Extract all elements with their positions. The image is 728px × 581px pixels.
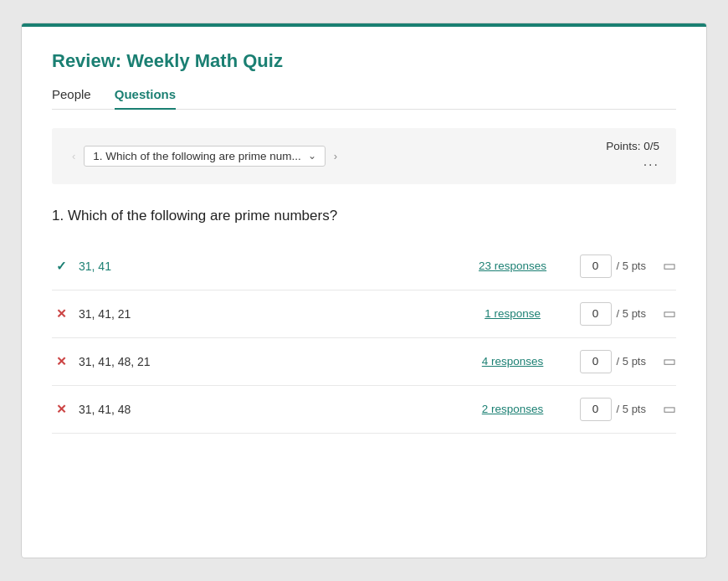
points-input[interactable] [580, 255, 612, 278]
comment-icon[interactable]: ▭ [663, 305, 676, 322]
chevron-down-icon: ⌄ [308, 150, 316, 162]
cross-icon: ✕ [56, 354, 67, 369]
responses-link[interactable]: 4 responses [471, 355, 555, 368]
pts-label: / 5 pts [617, 403, 646, 415]
tab-bar: People Questions [52, 87, 676, 110]
answer-text: 31, 41 [79, 260, 463, 273]
dropdown-text: 1. Which of the following are prime num.… [93, 150, 300, 162]
points-input-group: / 5 pts [580, 255, 646, 278]
cross-icon: ✕ [56, 306, 67, 321]
answer-row: ✓ 31, 41 23 responses / 5 pts ▭ [52, 243, 676, 290]
pts-label: / 5 pts [617, 355, 646, 368]
points-label: Points: 0/5 [606, 140, 659, 152]
pts-label: / 5 pts [617, 307, 646, 320]
question-title: 1. Which of the following are prime numb… [52, 208, 676, 224]
tab-questions[interactable]: Questions [115, 87, 176, 110]
question-dropdown[interactable]: 1. Which of the following are prime num.… [84, 146, 325, 167]
question-nav-bar: ‹ 1. Which of the following are prime nu… [52, 128, 676, 184]
question-nav-right: Points: 0/5 ··· [606, 140, 659, 172]
answer-row: ✕ 31, 41, 21 1 response / 5 pts ▭ [52, 290, 676, 338]
more-options-button[interactable]: ··· [643, 157, 659, 172]
points-input-group: / 5 pts [580, 302, 646, 326]
points-input-group: / 5 pts [580, 398, 646, 421]
incorrect-icon: ✕ [52, 402, 70, 417]
page-title: Review: Weekly Math Quiz [52, 50, 676, 72]
cross-icon: ✕ [56, 402, 67, 417]
responses-link[interactable]: 2 responses [471, 403, 555, 415]
check-icon: ✓ [56, 259, 67, 274]
points-input-group: / 5 pts [580, 350, 646, 373]
correct-icon: ✓ [52, 259, 70, 274]
points-input[interactable] [580, 398, 612, 421]
answer-row: ✕ 31, 41, 48, 21 4 responses / 5 pts ▭ [52, 338, 676, 386]
answers-list: ✓ 31, 41 23 responses / 5 pts ▭ ✕ 31, 41… [52, 243, 676, 434]
next-arrow[interactable]: › [331, 148, 341, 164]
points-input[interactable] [580, 302, 612, 326]
responses-link[interactable]: 1 response [471, 307, 555, 320]
answer-text: 31, 41, 48, 21 [79, 355, 463, 368]
comment-icon[interactable]: ▭ [663, 400, 676, 418]
answer-text: 31, 41, 21 [79, 307, 463, 321]
comment-icon[interactable]: ▭ [663, 257, 676, 275]
incorrect-icon: ✕ [52, 306, 70, 321]
tab-people[interactable]: People [52, 87, 91, 110]
prev-arrow[interactable]: ‹ [69, 148, 79, 164]
responses-link[interactable]: 23 responses [471, 260, 555, 272]
pts-label: / 5 pts [617, 260, 646, 272]
main-card: Review: Weekly Math Quiz People Question… [21, 23, 707, 558]
points-input[interactable] [580, 350, 612, 373]
answer-text: 31, 41, 48 [79, 403, 463, 416]
answer-row: ✕ 31, 41, 48 2 responses / 5 pts ▭ [52, 386, 676, 434]
comment-icon[interactable]: ▭ [663, 352, 676, 370]
question-nav-left: ‹ 1. Which of the following are prime nu… [69, 146, 341, 167]
card-inner: Review: Weekly Math Quiz People Question… [22, 27, 706, 457]
incorrect-icon: ✕ [52, 354, 70, 369]
